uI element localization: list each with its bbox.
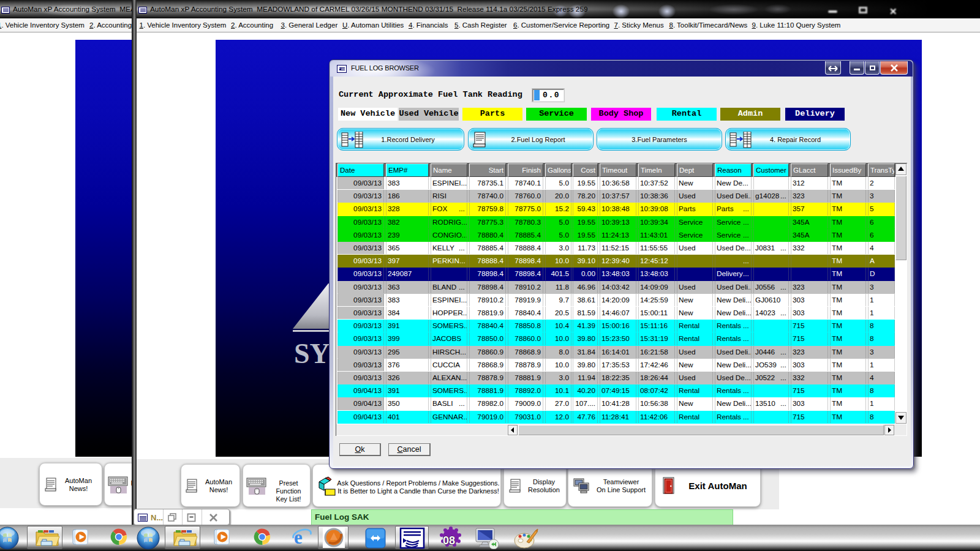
svg-text:08: 08 (443, 534, 455, 547)
svg-text:SY: SY (294, 338, 330, 369)
